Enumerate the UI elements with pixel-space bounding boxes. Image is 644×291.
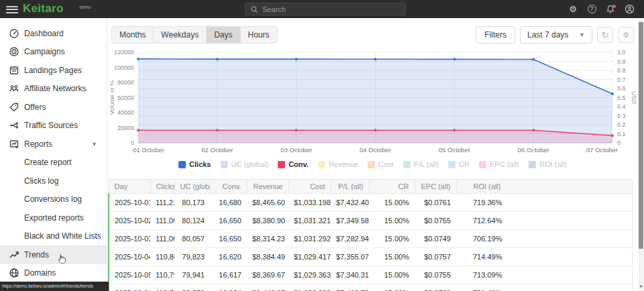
table-cell: 706.19% xyxy=(456,230,632,248)
table-row: 2025-10-04110,8079,82316,620$8,384.49$1,… xyxy=(109,248,632,266)
sidebar-item-clicks-log[interactable]: Clicks log xyxy=(0,172,107,190)
table-cell: $8,314.23 xyxy=(247,230,288,248)
sidebar-item-exported-reports[interactable]: Exported reports xyxy=(0,209,107,227)
column-header[interactable]: Clicks xyxy=(150,180,174,194)
table-cell: 2025-10-01 xyxy=(109,194,150,212)
scrollbar-down-arrow[interactable]: ▼ xyxy=(638,284,644,290)
legend-item-clicks[interactable]: Clicks xyxy=(178,160,211,168)
legend-swatch xyxy=(278,161,285,168)
tab-days[interactable]: Days xyxy=(207,27,240,43)
table-cell: $7,282.94 xyxy=(331,230,369,248)
table-cell: 2025-10-06 xyxy=(109,284,150,291)
sidebar-item-label: Affiliate Networks xyxy=(24,84,86,93)
refresh-button[interactable]: ↻ xyxy=(597,27,613,43)
sidebar-item-label: Traffic Sources xyxy=(24,121,78,130)
table-cell: $8,369.67 xyxy=(247,266,288,284)
column-header[interactable]: ROI (all) xyxy=(456,180,632,194)
scrollbar-thumb[interactable] xyxy=(639,22,643,249)
column-header[interactable]: Conv. xyxy=(210,180,247,194)
notifications-bell-icon[interactable] xyxy=(605,4,616,15)
svg-text:USD: USD xyxy=(631,91,637,105)
sidebar-item-traffic-sources[interactable]: Traffic Sources xyxy=(0,117,107,135)
legend-item-conv-[interactable]: Conv. xyxy=(278,160,309,168)
sidebar-item-black-and-white-lists[interactable]: Black and White Lists xyxy=(0,227,107,246)
svg-text:04 October: 04 October xyxy=(360,146,391,154)
svg-text:0.3: 0.3 xyxy=(617,113,626,119)
page-scrollbar[interactable]: ▼ xyxy=(638,18,644,291)
chart-legend: ClicksUC (global)Conv.RevenueCostP/L (al… xyxy=(108,160,637,168)
table-cell: 79,823 xyxy=(174,248,210,266)
column-header[interactable]: Revenue xyxy=(247,180,288,194)
svg-text:0.7: 0.7 xyxy=(617,76,626,83)
tab-hours[interactable]: Hours xyxy=(241,27,277,43)
sidebar-item-create-report[interactable]: Create report xyxy=(0,154,107,172)
column-header[interactable]: Cost xyxy=(288,180,331,194)
help-icon[interactable]: ? xyxy=(586,4,597,15)
column-header[interactable]: P/L (all) xyxy=(331,180,369,194)
column-header[interactable]: CR xyxy=(369,180,415,194)
main-content: MonthsWeekdaysDaysHours Filters Last 7 d… xyxy=(108,18,637,291)
legend-item-epc-all-[interactable]: EPC (all) xyxy=(479,160,519,168)
chart-settings-button[interactable]: ⚙ xyxy=(618,27,634,43)
sidebar-item-domains[interactable]: Domains xyxy=(0,264,107,283)
sidebar-item-dashboard[interactable]: Dashboard xyxy=(0,24,107,43)
sidebar-item-affiliate-networks[interactable]: Affiliate Networks xyxy=(0,80,107,99)
table-cell: 16,680 xyxy=(210,194,247,212)
table-cell: $0.0757 xyxy=(415,248,456,266)
sidebar-item-offers[interactable]: Offers xyxy=(0,98,107,117)
legend-item-cost[interactable]: Cost xyxy=(368,160,394,168)
legend-label: Revenue xyxy=(329,160,358,168)
table-cell: 16,650 xyxy=(210,212,247,230)
svg-text:07 October: 07 October xyxy=(586,146,618,154)
settings-gear-icon[interactable]: ⚙ xyxy=(568,4,578,15)
menu-icon[interactable] xyxy=(6,4,18,13)
legend-item-cr[interactable]: CR xyxy=(448,160,470,168)
svg-text:0.8: 0.8 xyxy=(617,67,626,74)
table-cell: $7,419.78 xyxy=(331,284,369,291)
sidebar-item-campaigns[interactable]: Campaigns xyxy=(0,43,107,62)
svg-text:0.5: 0.5 xyxy=(617,95,626,101)
table-cell: 15.00% xyxy=(369,284,415,291)
account-icon[interactable] xyxy=(624,4,635,15)
table-cell: 80,057 xyxy=(174,230,210,248)
date-range-select[interactable]: Last 7 days ▼ xyxy=(520,26,592,44)
table-cell: 110,70 xyxy=(150,284,174,291)
column-header[interactable]: UC (global) xyxy=(174,180,210,194)
table-cell: 111,21 xyxy=(150,194,174,212)
legend-item-roi-all-[interactable]: ROI (all) xyxy=(529,160,567,168)
svg-text:20000: 20000 xyxy=(117,125,134,131)
table-cell: 16,650 xyxy=(210,230,247,248)
legend-item-p-l-all-[interactable]: P/L (all) xyxy=(403,160,439,168)
sidebar-item-label: Exported reports xyxy=(24,213,84,223)
table-header-row: DayClicksUC (global)Conv.RevenueCostP/L … xyxy=(109,180,632,194)
sidebar-item-label: Dashboard xyxy=(24,29,64,38)
tab-months[interactable]: Months xyxy=(112,27,154,43)
table-cell: 712.64% xyxy=(456,212,632,230)
gear-icon: ⚙ xyxy=(623,31,629,40)
global-search[interactable] xyxy=(245,3,406,15)
legend-label: ROI (all) xyxy=(539,160,567,168)
table-cell: 80,173 xyxy=(174,194,210,212)
svg-text:0.9: 0.9 xyxy=(617,58,626,65)
sidebar-item-conversions-log[interactable]: Conversions log xyxy=(0,190,107,209)
tab-weekdays[interactable]: Weekdays xyxy=(154,27,207,43)
table-cell: $1,029.4177 xyxy=(288,248,331,266)
top-bar: Keitaro demo ⚙ ? xyxy=(0,0,644,18)
legend-item-uc-global-[interactable]: UC (global) xyxy=(221,160,269,168)
legend-item-revenue[interactable]: Revenue xyxy=(318,160,358,168)
table-cell: 15.00% xyxy=(369,230,415,248)
sidebar-item-landings-pages[interactable]: Landings Pages xyxy=(0,61,107,80)
offers-icon xyxy=(9,102,19,113)
column-header[interactable]: EPC (all) xyxy=(415,180,456,194)
sidebar-item-reports[interactable]: Reports▼ xyxy=(0,135,107,154)
table-cell: $0.0761 xyxy=(415,194,456,212)
table-cell: $0.0755 xyxy=(415,266,456,284)
table-cell: 15.00% xyxy=(369,266,415,284)
sidebar-item-trends[interactable]: Trends xyxy=(0,245,107,264)
table-cell: 15.00% xyxy=(369,212,415,230)
legend-swatch xyxy=(403,161,411,168)
table-cell: 111,00 xyxy=(150,230,174,248)
filters-button[interactable]: Filters xyxy=(476,26,515,44)
column-header[interactable]: Day xyxy=(109,180,150,194)
search-input[interactable] xyxy=(262,5,396,13)
